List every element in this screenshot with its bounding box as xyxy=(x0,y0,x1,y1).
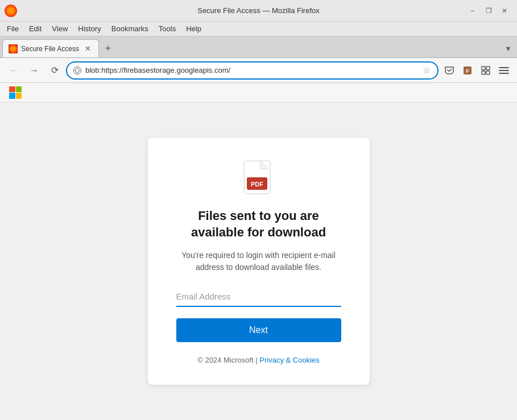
new-tab-button[interactable]: + xyxy=(100,40,116,56)
next-button[interactable]: Next xyxy=(176,318,341,342)
forward-button[interactable]: → xyxy=(25,61,43,80)
window-controls: − ❐ ✕ xyxy=(465,3,512,19)
url-bar[interactable]: blob:https://firebasestorage.googleapis.… xyxy=(66,61,439,80)
nav-bar: ← → ⟳ blob:https://firebasestorage.googl… xyxy=(0,58,517,83)
menu-help[interactable]: Help xyxy=(181,23,206,34)
title-bar: Secure File Access — Mozilla Firefox − ❐… xyxy=(0,0,517,22)
svg-rect-7 xyxy=(499,67,509,68)
extensions-icon[interactable] xyxy=(477,62,494,79)
nav-right-icons: F xyxy=(441,62,512,79)
svg-rect-6 xyxy=(486,71,490,74)
security-icon xyxy=(73,66,82,75)
card-description: You're required to login with recipient … xyxy=(176,249,341,273)
svg-text:PDF: PDF xyxy=(251,181,263,188)
window-title: Secure File Access — Mozilla Firefox xyxy=(197,6,320,15)
tab-bar: Secure File Access ✕ + ▾ xyxy=(0,36,517,58)
pdf-icon: PDF xyxy=(243,160,274,197)
firefox-logo-icon xyxy=(5,5,17,17)
svg-rect-3 xyxy=(482,66,485,70)
bookmark-star-icon[interactable]: ☆ xyxy=(420,65,432,76)
reload-button[interactable]: ⟳ xyxy=(46,61,64,80)
menu-view[interactable]: View xyxy=(47,23,72,34)
tab-list-icon[interactable]: ▾ xyxy=(501,41,515,55)
privacy-cookies-link[interactable]: Privacy & Cookies xyxy=(259,356,319,364)
tab-list-button[interactable]: ▾ xyxy=(501,41,515,57)
email-input-container xyxy=(176,287,341,307)
card-title: Files sent to you are available for down… xyxy=(176,208,341,240)
menu-edit[interactable]: Edit xyxy=(24,23,46,34)
card-footer: © 2024 Microsoft | Privacy & Cookies xyxy=(197,356,320,364)
pocket-icon[interactable] xyxy=(441,62,458,79)
tab-secure-file-access[interactable]: Secure File Access ✕ xyxy=(2,39,99,57)
tab-label: Secure File Access xyxy=(21,45,79,53)
profile-icon[interactable]: F xyxy=(459,62,476,79)
menu-icon[interactable] xyxy=(495,62,512,79)
menu-file[interactable]: File xyxy=(2,23,23,34)
svg-rect-4 xyxy=(486,66,490,70)
svg-text:F: F xyxy=(466,68,469,74)
menu-history[interactable]: History xyxy=(73,23,105,34)
minimize-button[interactable]: − xyxy=(465,3,481,19)
bookmarks-bar xyxy=(0,83,517,102)
svg-rect-8 xyxy=(499,70,509,71)
page-content: PDF Files sent to you are available for … xyxy=(0,102,517,420)
close-button[interactable]: ✕ xyxy=(497,3,512,19)
footer-text: © 2024 Microsoft | xyxy=(197,356,259,364)
tab-close-button[interactable]: ✕ xyxy=(82,44,93,54)
menu-tools[interactable]: Tools xyxy=(154,23,180,34)
tab-favicon-icon xyxy=(9,44,18,53)
back-button[interactable]: ← xyxy=(5,61,23,80)
svg-rect-5 xyxy=(482,71,485,74)
menu-bookmarks[interactable]: Bookmarks xyxy=(107,23,153,34)
menu-bar: File Edit View History Bookmarks Tools H… xyxy=(0,22,517,36)
login-card: PDF Files sent to you are available for … xyxy=(148,138,370,385)
url-text: blob:https://firebasestorage.googleapis.… xyxy=(85,66,417,74)
bookmark-microsoft[interactable] xyxy=(5,85,26,101)
email-input[interactable] xyxy=(176,287,341,307)
microsoft-logo-icon xyxy=(9,86,22,99)
svg-rect-9 xyxy=(499,73,509,74)
title-bar-left xyxy=(5,5,17,17)
svg-point-0 xyxy=(74,66,81,74)
restore-button[interactable]: ❐ xyxy=(481,3,497,19)
